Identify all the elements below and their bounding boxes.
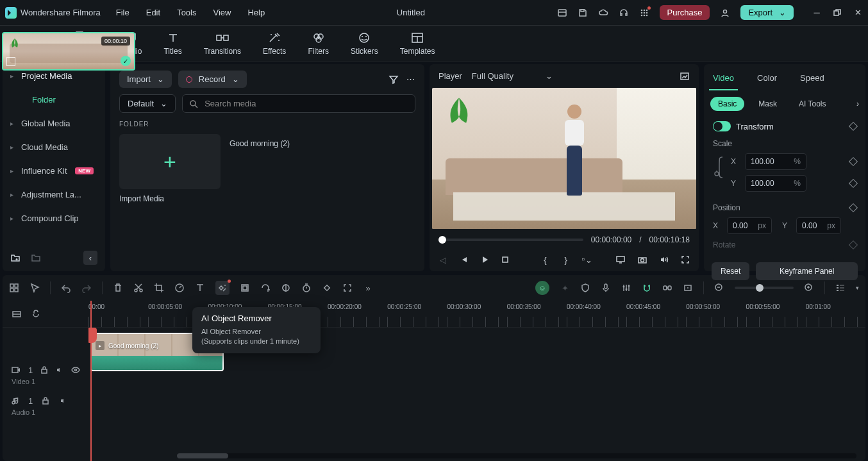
pos-x-input[interactable]: 0.00px — [727, 217, 772, 234]
lock-tracks-icon[interactable] — [31, 309, 41, 319]
filter-icon[interactable] — [388, 74, 399, 85]
import-dropdown[interactable]: Import⌄ — [119, 71, 172, 88]
import-media-card[interactable]: + Import Media — [119, 134, 221, 203]
mixer-icon[interactable] — [621, 283, 631, 293]
subtabs-more-icon[interactable]: › — [856, 99, 859, 108]
mark-out-icon[interactable]: } — [562, 255, 571, 265]
delete-folder-icon[interactable] — [31, 253, 41, 263]
rotate-icon[interactable] — [260, 283, 271, 293]
link-scale-icon[interactable] — [713, 153, 727, 197]
zoom-out-icon[interactable] — [714, 283, 724, 293]
tab-effects[interactable]: Effects — [263, 31, 286, 56]
sidebar-item-folder[interactable]: Folder — [3, 88, 105, 112]
speed-icon[interactable] — [174, 283, 185, 293]
play-icon[interactable] — [480, 255, 488, 265]
play-backward-icon[interactable] — [459, 255, 468, 265]
fullscreen-icon[interactable] — [681, 255, 690, 265]
mute-icon[interactable] — [56, 365, 63, 375]
tool-grid-icon[interactable] — [9, 283, 19, 293]
reset-button[interactable]: Reset — [712, 262, 749, 280]
keyframe-icon[interactable] — [322, 283, 332, 293]
marker-icon[interactable] — [683, 283, 693, 293]
sidebar-item-compound-clip[interactable]: Compound Clip — [3, 206, 105, 230]
view-mode-icon[interactable] — [835, 283, 846, 293]
display-icon[interactable] — [615, 255, 626, 265]
magnet-icon[interactable] — [642, 283, 652, 293]
menu-edit[interactable]: Edit — [146, 8, 160, 17]
maximize-icon[interactable] — [832, 8, 842, 18]
keyframe-panel-button[interactable]: Keyframe Panel — [756, 262, 858, 280]
scale-x-input[interactable]: 100.00% — [745, 153, 806, 170]
volume-icon[interactable] — [659, 255, 669, 265]
keyframe-diamond-icon[interactable] — [849, 179, 858, 188]
menu-help[interactable]: Help — [247, 8, 265, 17]
layout-icon[interactable] — [557, 8, 567, 18]
headphones-icon[interactable] — [619, 8, 629, 18]
subtab-mask[interactable]: Mask — [751, 97, 785, 111]
menu-view[interactable]: View — [213, 8, 231, 17]
timeline-settings-icon[interactable] — [12, 309, 22, 319]
minimize-icon[interactable]: ─ — [812, 8, 822, 18]
tab-speed[interactable]: Speed — [796, 71, 828, 90]
cloud-icon[interactable] — [598, 8, 608, 18]
prev-frame-icon[interactable]: ◁ — [438, 255, 447, 265]
new-folder-icon[interactable] — [10, 253, 21, 263]
tool-cursor-icon[interactable] — [29, 283, 40, 293]
media-clip-card[interactable]: 00:00:10 ✓ Good morning (2) — [230, 134, 331, 203]
quality-dropdown[interactable]: Full Quality⌄ — [471, 71, 553, 81]
tab-video[interactable]: Video — [709, 71, 738, 90]
link-icon[interactable] — [662, 283, 672, 293]
text-icon[interactable] — [195, 283, 205, 293]
playhead[interactable] — [90, 301, 92, 461]
subtab-aitools[interactable]: AI Tools — [791, 97, 833, 111]
menu-tools[interactable]: Tools — [177, 8, 196, 17]
ratio-icon[interactable]: ⌄ — [582, 255, 592, 265]
chevron-down-icon[interactable]: ▾ — [856, 285, 859, 291]
sidebar-item-influence-kit[interactable]: Influence KitNEW — [3, 159, 105, 183]
pos-y-input[interactable]: 0.00px — [796, 217, 841, 234]
clip-thumb[interactable]: 00:00:10 ✓ — [2, 32, 135, 71]
tab-templates[interactable]: Templates — [400, 31, 435, 56]
search-input[interactable]: Search media — [182, 94, 415, 113]
lock-icon[interactable] — [40, 365, 48, 375]
close-icon[interactable]: ✕ — [853, 8, 863, 18]
mask-icon[interactable] — [240, 283, 250, 293]
ai-assistant-icon[interactable]: ☺ — [535, 281, 549, 295]
keyframe-diamond-icon[interactable] — [849, 122, 858, 131]
more-icon[interactable]: ⋯ — [405, 74, 415, 85]
stop-icon[interactable] — [501, 255, 510, 265]
keyframe-diamond-icon[interactable] — [849, 203, 858, 212]
mic-icon[interactable] — [601, 283, 611, 293]
sidebar-item-adjustment-layer[interactable]: Adjustment La... — [3, 183, 105, 206]
tab-filters[interactable]: Filters — [308, 31, 329, 56]
keyframe-diamond-icon[interactable] — [849, 240, 858, 249]
preview-video[interactable] — [432, 88, 696, 229]
timer-icon[interactable] — [301, 283, 312, 293]
effect-star-icon[interactable]: ✦ — [560, 283, 570, 293]
zoom-slider[interactable] — [735, 287, 794, 289]
shield-icon[interactable] — [580, 283, 590, 293]
crop-icon[interactable] — [154, 283, 164, 293]
keyframe-diamond-icon[interactable] — [849, 157, 858, 166]
expand-icon[interactable] — [342, 283, 353, 293]
transform-toggle[interactable] — [713, 121, 731, 131]
import-thumb[interactable]: + — [119, 134, 221, 189]
ai-object-remover-icon[interactable] — [215, 281, 230, 295]
account-icon[interactable] — [720, 8, 730, 18]
snapshot-icon[interactable] — [680, 71, 690, 81]
tab-color[interactable]: Color — [753, 71, 781, 90]
undo-icon[interactable] — [61, 283, 71, 293]
tab-stickers[interactable]: Stickers — [351, 31, 378, 56]
camera-icon[interactable] — [637, 255, 647, 265]
redo-icon[interactable] — [81, 283, 92, 293]
color-icon[interactable] — [281, 283, 291, 293]
tab-titles[interactable]: Titles — [163, 31, 181, 56]
delete-icon[interactable] — [113, 283, 123, 293]
visibility-icon[interactable] — [71, 365, 80, 375]
export-button[interactable]: Export⌄ — [740, 5, 794, 20]
scrub-handle[interactable] — [438, 236, 446, 244]
mark-in-icon[interactable]: { — [540, 255, 549, 265]
cut-icon[interactable] — [133, 283, 144, 293]
zoom-in-icon[interactable] — [804, 283, 814, 293]
scrub-track[interactable] — [438, 239, 583, 241]
